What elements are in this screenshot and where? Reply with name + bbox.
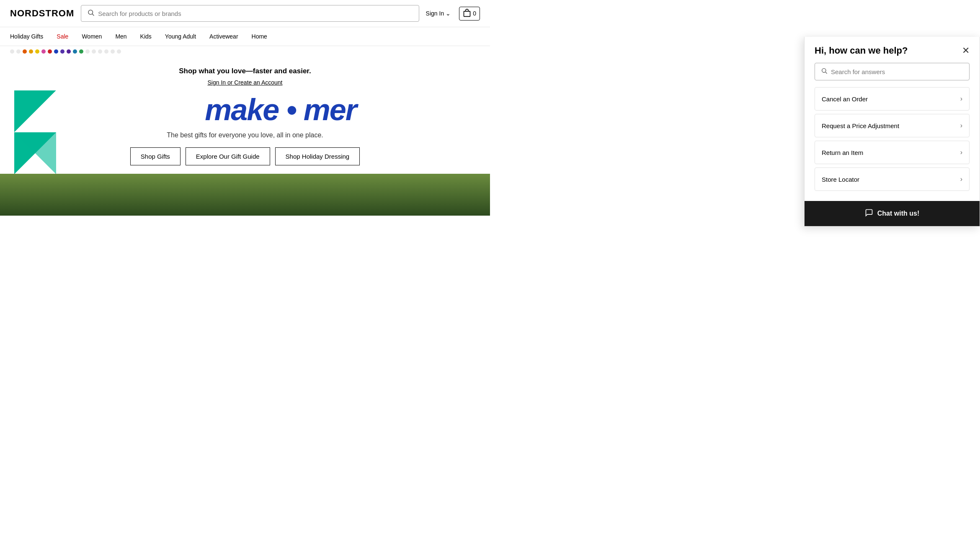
- dot-17[interactable]: [111, 49, 115, 54]
- dot-16[interactable]: [104, 49, 108, 54]
- navigation: Holiday Gifts Sale Women Men Kids Young …: [0, 27, 490, 46]
- dot-8[interactable]: [54, 49, 58, 54]
- dot-10[interactable]: [67, 49, 71, 54]
- svg-rect-2: [464, 11, 470, 16]
- dot-1[interactable]: [10, 49, 14, 54]
- svg-line-1: [93, 14, 94, 15]
- cart-count: 0: [473, 10, 476, 17]
- dot-13[interactable]: [85, 49, 90, 54]
- header: NORDSTROM Sign In ⌄ 0: [0, 0, 490, 27]
- people-photo: [0, 174, 490, 216]
- dot-6[interactable]: [41, 49, 46, 54]
- dot-15[interactable]: [98, 49, 102, 54]
- nav-item-activewear[interactable]: Activewear: [209, 27, 238, 46]
- decorative-triangles: [10, 86, 94, 178]
- nav-item-women[interactable]: Women: [82, 27, 102, 46]
- search-input[interactable]: [98, 10, 413, 17]
- chevron-down-icon: ⌄: [446, 10, 451, 17]
- hero-tagline: Shop what you love—faster and easier.: [10, 67, 480, 75]
- svg-point-0: [88, 10, 93, 15]
- logo[interactable]: NORDSTROM: [10, 8, 74, 19]
- shop-holiday-dressing-button[interactable]: Shop Holiday Dressing: [275, 147, 360, 165]
- dot-4[interactable]: [29, 49, 33, 54]
- search-bar[interactable]: [81, 5, 419, 22]
- hero-bottom-image: [0, 174, 490, 216]
- nav-item-holiday-gifts[interactable]: Holiday Gifts: [10, 27, 43, 46]
- cart-icon: [463, 9, 471, 18]
- dot-7[interactable]: [48, 49, 52, 54]
- dot-5[interactable]: [35, 49, 39, 54]
- hero-signin-link[interactable]: Sign In or Create an Account: [208, 79, 283, 86]
- dot-12[interactable]: [79, 49, 83, 54]
- dot-14[interactable]: [92, 49, 96, 54]
- nav-item-men[interactable]: Men: [115, 27, 126, 46]
- dot-18[interactable]: [117, 49, 121, 54]
- explore-gift-guide-button[interactable]: Explore Our Gift Guide: [186, 147, 270, 165]
- nav-item-kids[interactable]: Kids: [140, 27, 152, 46]
- dot-11[interactable]: [73, 49, 77, 54]
- nav-item-young-adult[interactable]: Young Adult: [165, 27, 196, 46]
- progress-dots: [0, 46, 490, 57]
- cart-button[interactable]: 0: [459, 7, 480, 21]
- nav-item-sale[interactable]: Sale: [57, 27, 68, 46]
- header-right: Sign In ⌄ 0: [426, 7, 480, 21]
- hero-large-text: make • mer: [205, 95, 356, 125]
- hero-section: Shop what you love—faster and easier. Si…: [0, 57, 490, 165]
- shop-gifts-button[interactable]: Shop Gifts: [130, 147, 181, 165]
- dot-3[interactable]: [23, 49, 27, 54]
- sign-in-button[interactable]: Sign In ⌄: [426, 10, 451, 17]
- dot-9[interactable]: [60, 49, 64, 54]
- hero-graphic: make • mer: [10, 95, 480, 125]
- search-icon: [87, 9, 95, 18]
- dot-2[interactable]: [16, 49, 21, 54]
- nav-item-home[interactable]: Home: [252, 27, 267, 46]
- main-content: Shop what you love—faster and easier. Si…: [0, 57, 490, 216]
